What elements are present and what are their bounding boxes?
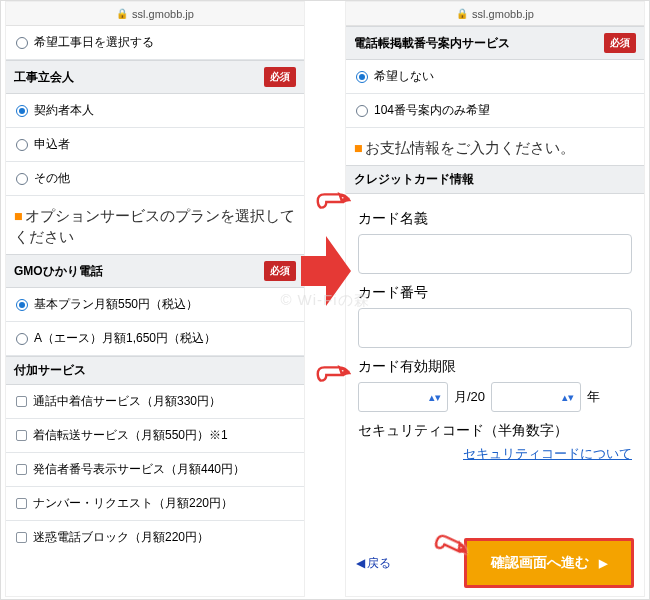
radio-label: 希望工事日を選択する	[34, 34, 154, 51]
check-label: 着信転送サービス（月額550円）※1	[33, 427, 228, 444]
radio-icon	[16, 173, 28, 185]
right-phone: 🔒 ssl.gmobb.jp 電話帳掲載番号案内サービス 必須 希望しない 10…	[345, 1, 645, 597]
radio-label: 申込者	[34, 136, 70, 153]
lock-icon: 🔒	[116, 8, 128, 19]
required-badge: 必須	[264, 67, 296, 87]
security-code-label: セキュリティコード（半角数字）	[358, 422, 632, 440]
radio-icon	[356, 71, 368, 83]
check-label: 通話中着信サービス（月額330円）	[33, 393, 221, 410]
card-expiry-label: カード有効期限	[358, 358, 632, 376]
pointer-hand-icon	[313, 359, 351, 389]
domain-text: ssl.gmobb.jp	[132, 8, 194, 20]
lock-icon: 🔒	[456, 8, 468, 19]
radio-label: 希望しない	[374, 68, 434, 85]
address-bar: 🔒 ssl.gmobb.jp	[6, 2, 304, 26]
radio-label: 契約者本人	[34, 102, 94, 119]
radio-row[interactable]: 希望しない	[346, 60, 644, 94]
radio-icon	[16, 299, 28, 311]
radio-row[interactable]: A（エース）月額1,650円（税込）	[6, 322, 304, 356]
payment-title: ■お支払情報をご入力ください。	[346, 128, 644, 165]
proceed-label: 確認画面へ進む	[491, 554, 589, 572]
radio-row[interactable]: 契約者本人	[6, 94, 304, 128]
checkbox-icon	[16, 532, 27, 543]
radio-label: 104番号案内のみ希望	[374, 102, 490, 119]
radio-icon	[16, 139, 28, 151]
radio-icon	[356, 105, 368, 117]
card-name-label: カード名義	[358, 210, 632, 228]
radio-label: 基本プラン月額550円（税込）	[34, 296, 198, 313]
required-badge: 必須	[604, 33, 636, 53]
expiry-separator: 月/20	[454, 388, 485, 406]
required-badge: 必須	[264, 261, 296, 281]
check-row[interactable]: 発信者番号表示サービス（月額440円）	[6, 453, 304, 487]
card-name-input[interactable]	[358, 234, 632, 274]
section-title: 工事立会人	[14, 69, 74, 86]
radio-row[interactable]: 申込者	[6, 128, 304, 162]
chevron-updown-icon: ▴▾	[562, 391, 574, 404]
big-arrow-icon	[301, 231, 351, 311]
check-row[interactable]: ナンバー・リクエスト（月額220円）	[6, 487, 304, 521]
check-row[interactable]: 迷惑電話ブロック（月額220円）	[6, 521, 304, 554]
checkbox-icon	[16, 396, 27, 407]
radio-icon	[16, 105, 28, 117]
section-title: 付加サービス	[14, 363, 86, 378]
section-cc: クレジットカード情報	[346, 165, 644, 194]
title-text: お支払情報をご入力ください。	[365, 140, 575, 156]
left-phone: 🔒 ssl.gmobb.jp 希望工事日を選択する 工事立会人 必須 契約者本人…	[5, 1, 305, 597]
proceed-button[interactable]: 確認画面へ進む ▶	[464, 538, 634, 588]
check-row[interactable]: 着信転送サービス（月額550円）※1	[6, 419, 304, 453]
checkbox-icon	[16, 498, 27, 509]
radio-row[interactable]: 104番号案内のみ希望	[346, 94, 644, 128]
back-label: 戻る	[367, 555, 391, 572]
section-title: GMOひかり電話	[14, 263, 103, 280]
section-title: 電話帳掲載番号案内サービス	[354, 35, 510, 52]
address-bar: 🔒 ssl.gmobb.jp	[346, 2, 644, 26]
radio-row-kouji[interactable]: 希望工事日を選択する	[6, 26, 304, 60]
radio-label: その他	[34, 170, 70, 187]
check-row[interactable]: 通話中着信サービス（月額330円）	[6, 385, 304, 419]
check-label: 発信者番号表示サービス（月額440円）	[33, 461, 245, 478]
expiry-month-select[interactable]: ▴▾	[358, 382, 448, 412]
domain-text: ssl.gmobb.jp	[472, 8, 534, 20]
radio-icon	[16, 333, 28, 345]
radio-icon	[16, 37, 28, 49]
check-label: ナンバー・リクエスト（月額220円）	[33, 495, 233, 512]
checkbox-icon	[16, 430, 27, 441]
radio-row[interactable]: その他	[6, 162, 304, 196]
expiry-year-select[interactable]: ▴▾	[491, 382, 581, 412]
check-label: 迷惑電話ブロック（月額220円）	[33, 529, 209, 546]
back-link[interactable]: ◀ 戻る	[356, 555, 391, 572]
section-denwa: 電話帳掲載番号案内サービス 必須	[346, 26, 644, 60]
security-code-help-link[interactable]: セキュリティコードについて	[358, 446, 632, 463]
expiry-year-suffix: 年	[587, 388, 600, 406]
section-fuka: 付加サービス	[6, 356, 304, 385]
section-title: クレジットカード情報	[354, 172, 474, 187]
section-tachiai: 工事立会人 必須	[6, 60, 304, 94]
title-text: オプションサービスのプランを選択してください	[14, 208, 295, 245]
radio-label: A（エース）月額1,650円（税込）	[34, 330, 216, 347]
radio-row[interactable]: 基本プラン月額550円（税込）	[6, 288, 304, 322]
pointer-hand-icon	[313, 186, 351, 216]
section-hikari: GMOひかり電話 必須	[6, 254, 304, 288]
option-plan-title: ■オプションサービスのプランを選択してください	[6, 196, 304, 254]
chevron-right-icon: ▶	[599, 557, 607, 570]
card-number-input[interactable]	[358, 308, 632, 348]
chevron-left-icon: ◀	[356, 556, 365, 570]
card-number-label: カード番号	[358, 284, 632, 302]
card-form: カード名義 カード番号 カード有効期限 ▴▾ 月/20 ▴▾ 年 セキュリティコ…	[346, 194, 644, 475]
checkbox-icon	[16, 464, 27, 475]
chevron-updown-icon: ▴▾	[429, 391, 441, 404]
